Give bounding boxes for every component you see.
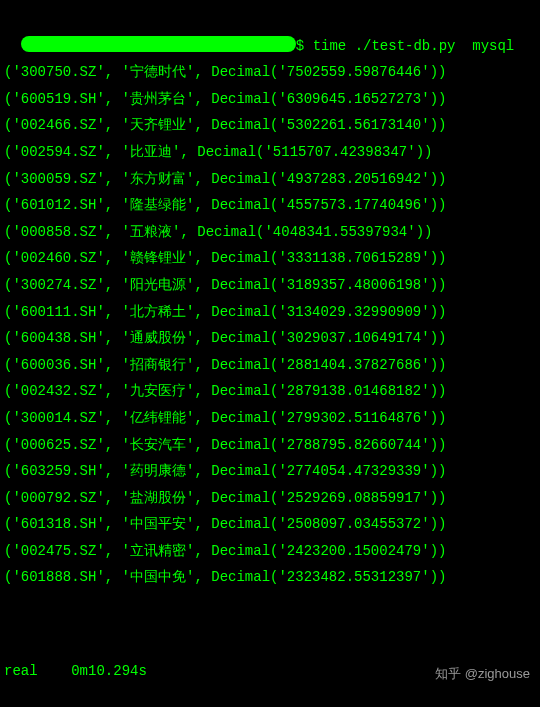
output-row: ('600519.SH', '贵州茅台', Decimal('6309645.1… bbox=[4, 86, 536, 113]
output-row: ('002466.SZ', '天齐锂业', Decimal('5302261.5… bbox=[4, 112, 536, 139]
output-rows: ('300750.SZ', '宁德时代', Decimal('7502559.5… bbox=[4, 59, 536, 591]
prompt-line-1: $ time ./test-db.py mysql bbox=[4, 6, 536, 59]
output-row: ('300274.SZ', '阳光电源', Decimal('3189357.4… bbox=[4, 272, 536, 299]
command-text: time ./test-db.py mysql bbox=[313, 38, 515, 54]
prompt-symbol-1: $ bbox=[296, 38, 304, 54]
output-row: ('000858.SZ', '五粮液', Decimal('4048341.55… bbox=[4, 219, 536, 246]
timing-real-value: 0m10.294s bbox=[71, 663, 147, 679]
output-row: ('002475.SZ', '立讯精密', Decimal('2423200.1… bbox=[4, 538, 536, 565]
output-row: ('002460.SZ', '赣锋锂业', Decimal('3331138.7… bbox=[4, 245, 536, 272]
output-row: ('002594.SZ', '比亚迪', Decimal('5115707.42… bbox=[4, 139, 536, 166]
timing-block: real 0m10.294s user 0m0.389s sys 0m0.024… bbox=[4, 605, 536, 707]
output-row: ('002432.SZ', '九安医疗', Decimal('2879138.0… bbox=[4, 378, 536, 405]
output-row: ('601888.SH', '中国中免', Decimal('2323482.5… bbox=[4, 564, 536, 591]
output-row: ('600438.SH', '通威股份', Decimal('3029037.1… bbox=[4, 325, 536, 352]
output-row: ('000792.SZ', '盐湖股份', Decimal('2529269.0… bbox=[4, 485, 536, 512]
output-row: ('601012.SH', '隆基绿能', Decimal('4557573.1… bbox=[4, 192, 536, 219]
output-row: ('300014.SZ', '亿纬锂能', Decimal('2799302.5… bbox=[4, 405, 536, 432]
output-row: ('601318.SH', '中国平安', Decimal('2508097.0… bbox=[4, 511, 536, 538]
output-row: ('300750.SZ', '宁德时代', Decimal('7502559.5… bbox=[4, 59, 536, 86]
output-row: ('300059.SZ', '东方财富', Decimal('4937283.2… bbox=[4, 166, 536, 193]
output-row: ('000625.SZ', '长安汽车', Decimal('2788795.8… bbox=[4, 432, 536, 459]
output-row: ('603259.SH', '药明康德', Decimal('2774054.4… bbox=[4, 458, 536, 485]
timing-real-label: real bbox=[4, 663, 38, 679]
redaction-bar-1 bbox=[21, 36, 296, 52]
output-row: ('600036.SH', '招商银行', Decimal('2881404.3… bbox=[4, 352, 536, 379]
output-row: ('600111.SH', '北方稀土', Decimal('3134029.3… bbox=[4, 299, 536, 326]
watermark: 知乎 @zighouse bbox=[435, 662, 530, 687]
